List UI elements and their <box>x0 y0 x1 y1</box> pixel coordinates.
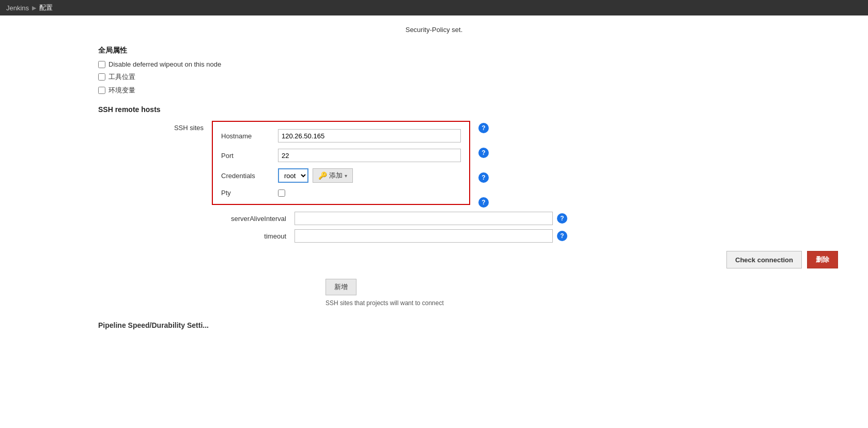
ssh-section-header: SSH remote hosts <box>98 105 853 114</box>
breadcrumb-separator: ▶ <box>32 5 36 11</box>
tools-label: 工具位置 <box>109 72 135 82</box>
port-row: Port <box>221 149 461 162</box>
server-alive-row: serverAliveInterval ? <box>212 212 853 225</box>
wipeout-checkbox[interactable] <box>98 61 105 68</box>
pty-label: Pty <box>221 189 278 197</box>
hostname-row: Hostname <box>221 129 461 142</box>
timeout-help-icon[interactable]: ? <box>557 231 567 241</box>
pty-row: Pty <box>221 189 461 197</box>
tools-row: 工具位置 <box>98 72 853 82</box>
pty-help-icon[interactable]: ? <box>478 197 489 208</box>
add-credentials-button[interactable]: 🔑 添加 ▾ <box>313 168 353 183</box>
server-alive-label: serverAliveInterval <box>212 215 295 223</box>
key-icon: 🔑 <box>318 171 327 180</box>
delete-button[interactable]: 删除 <box>807 251 838 268</box>
pipeline-section-header: Pipeline Speed/Durability Setti... <box>98 321 853 329</box>
wipeout-label: Disable deferred wipeout on this node <box>109 60 221 68</box>
env-row: 环境变量 <box>98 86 853 95</box>
check-connection-button[interactable]: Check connection <box>726 251 802 268</box>
ssh-sites-row: SSH sites Hostname Port Credentials <box>98 121 853 208</box>
hostname-label: Hostname <box>221 132 278 140</box>
env-checkbox[interactable] <box>98 87 105 94</box>
credentials-select[interactable]: root <box>278 168 308 183</box>
main-content: Security-Policy set. 全局属性 Disable deferr… <box>0 15 868 428</box>
add-credentials-label: 添加 <box>329 171 343 180</box>
ssh-hint-text: SSH sites that projects will want to con… <box>326 299 853 307</box>
add-new-button[interactable]: 新增 <box>326 279 357 295</box>
credentials-help-icon[interactable]: ? <box>478 172 489 183</box>
credentials-label: Credentials <box>221 172 278 180</box>
timeout-input[interactable] <box>295 229 553 243</box>
global-properties-section: 全局属性 Disable deferred wipeout on this no… <box>98 46 853 95</box>
hostname-help-icon[interactable]: ? <box>478 123 489 133</box>
env-label: 环境变量 <box>109 86 135 95</box>
server-alive-help-icon[interactable]: ? <box>557 213 567 224</box>
port-help-icon[interactable]: ? <box>478 148 489 158</box>
server-alive-input[interactable] <box>295 212 553 225</box>
timeout-row: timeout ? <box>212 229 853 243</box>
breadcrumb-current: 配置 <box>39 3 53 12</box>
breadcrumb-home[interactable]: Jenkins <box>6 4 29 12</box>
breadcrumb: Jenkins ▶ 配置 <box>6 3 53 12</box>
port-input[interactable] <box>278 149 461 162</box>
ssh-sites-label: SSH sites <box>98 121 212 132</box>
ssh-section: SSH remote hosts SSH sites Hostname Port <box>98 105 853 307</box>
tools-checkbox[interactable] <box>98 73 105 81</box>
ssh-site-box: Hostname Port Credentials root <box>212 121 470 205</box>
timeout-label: timeout <box>212 232 295 240</box>
pty-checkbox[interactable] <box>278 189 285 197</box>
hostname-input[interactable] <box>278 129 461 142</box>
help-icons-column: ? ? ? ? <box>474 121 489 208</box>
global-properties-header: 全局属性 <box>98 46 853 55</box>
topbar: Jenkins ▶ 配置 <box>0 0 868 15</box>
wipeout-row: Disable deferred wipeout on this node <box>98 60 853 68</box>
add-new-row: 新增 <box>326 279 853 295</box>
port-label: Port <box>221 152 278 160</box>
pty-control <box>278 189 285 197</box>
action-buttons-row: Check connection 删除 <box>326 251 853 268</box>
credentials-row: Credentials root 🔑 添加 ▾ <box>221 168 461 183</box>
chevron-down-icon: ▾ <box>345 173 347 179</box>
security-policy-text: Security-Policy set. <box>16 26 853 34</box>
credentials-control: root 🔑 添加 ▾ <box>278 168 353 183</box>
